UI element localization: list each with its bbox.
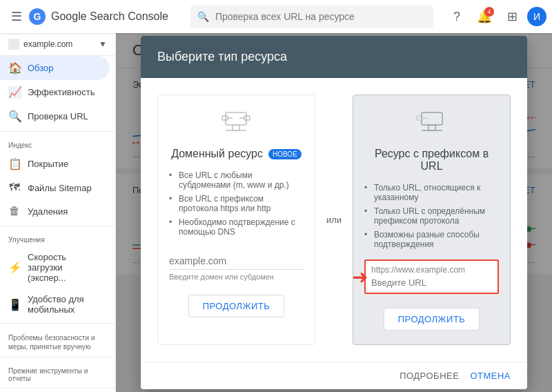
search-icon: 🔍 <box>197 11 209 22</box>
sidebar-item-removals[interactable]: 🗑 Удаления <box>0 199 110 223</box>
svg-rect-7 <box>222 116 228 120</box>
dialog-footer: ПОДРОБНЕЕ ОТМЕНА <box>141 362 527 389</box>
sidebar: example.com ▼ 🏠 Обзор 📈 Эффективность 🔍 … <box>0 33 116 392</box>
domain-btn-area: ПРОДОЛЖИТЬ <box>169 295 304 317</box>
url-input-wrapper: https://www.example.com <box>364 259 499 294</box>
url-bullet-2: Только URL с определённым префиксом прот… <box>364 204 499 228</box>
sidebar-item-label: Удобство для мобильных <box>28 294 101 315</box>
dialog-title: Выберите тип ресурса <box>141 36 527 78</box>
sidebar-item-label: Обзор <box>28 63 54 73</box>
arrow-indicator: ➜ <box>352 266 368 288</box>
header-actions: ? 🔔 4 ⊞ И <box>444 4 546 29</box>
sidebar-item-coverage[interactable]: 📋 Покрытие <box>0 152 110 176</box>
help-icon: ? <box>453 10 460 24</box>
menu-icon[interactable]: ☰ <box>6 3 28 30</box>
dialog: Выберите тип ресурса <box>141 36 527 389</box>
app-title: Google Search Console <box>51 10 168 23</box>
new-badge: НОВОЕ <box>268 149 302 159</box>
url-prefix-icon <box>364 109 499 139</box>
domain-bullet-2: Все URL с префиксом протокола https или … <box>169 192 304 215</box>
chart-icon: 📈 <box>8 86 21 99</box>
domain-bullet-1: Все URL с любыми субдоменами (m, www и д… <box>169 168 304 192</box>
details-link[interactable]: ПОДРОБНЕЕ <box>400 371 459 381</box>
sidebar-item-label: Покрытие <box>28 159 68 169</box>
app-logo: G Google Search Console <box>28 7 168 26</box>
url-btn-area: ПРОДОЛЖИТЬ <box>364 308 499 331</box>
url-bullet-3: Возможны разные способы подтверждения <box>364 228 499 251</box>
url-input-container: ➜ https://www.example.com <box>364 259 499 294</box>
speed-icon: ⚡ <box>8 261 21 274</box>
search-icon: 🔍 <box>8 110 21 123</box>
search-input[interactable] <box>190 6 433 28</box>
property-selector[interactable]: example.com ▼ <box>0 33 115 56</box>
sidebar-item-label: Файлы Sitemap <box>28 183 92 193</box>
sidebar-item-performance[interactable]: 📈 Эффективность <box>0 80 110 104</box>
other-section-label: Прежние инструменты и отчеты <box>0 360 115 385</box>
sidebar-item-label: Проверка URL <box>28 111 88 121</box>
or-separator: или <box>326 215 342 225</box>
sitemap-icon: 🗺 <box>8 182 21 194</box>
sidebar-item-sitemap[interactable]: 🗺 Файлы Sitemap <box>0 176 110 199</box>
property-chevron-icon: ▼ <box>99 39 107 49</box>
url-continue-button[interactable]: ПРОДОЛЖИТЬ <box>384 308 480 331</box>
coverage-icon: 📋 <box>8 157 21 170</box>
svg-rect-12 <box>428 125 435 130</box>
logo-icon: G <box>28 7 47 26</box>
index-section-label: Индекс <box>0 135 115 152</box>
dialog-body: Доменный ресурс НОВОЕ Все URL с любыми с… <box>141 78 527 362</box>
sidebar-item-label: Удаления <box>28 206 68 217</box>
sidebar-divider-3 <box>0 323 115 324</box>
property-name: example.com <box>23 39 95 49</box>
security-section-label: Проблемы безопасности и меры, принятые в… <box>0 326 115 354</box>
notification-badge: 4 <box>484 7 494 17</box>
grid-button[interactable]: ⊞ <box>500 4 524 29</box>
domain-continue-button[interactable]: ПРОДОЛЖИТЬ <box>188 295 285 317</box>
svg-text:G: G <box>34 11 41 22</box>
help-button[interactable]: ? <box>444 4 469 29</box>
domain-option-card[interactable]: Доменный ресурс НОВОЕ Все URL с любыми с… <box>157 95 315 345</box>
domain-icon <box>169 109 304 139</box>
app-body: example.com ▼ 🏠 Обзор 📈 Эффективность 🔍 … <box>0 33 552 392</box>
sidebar-divider-4 <box>0 357 115 357</box>
svg-rect-11 <box>422 112 442 125</box>
url-prefix-option-card[interactable]: Ресурс с префиксом в URL Только URL, отн… <box>353 95 511 345</box>
domain-input-area: Введите домен или субдомен <box>169 250 304 281</box>
sidebar-item-label: Эффективность <box>28 87 95 97</box>
notifications-button[interactable]: 🔔 4 <box>472 4 497 29</box>
domain-bullet-3: Необходимо подтверждение с помощью DNS <box>169 215 304 239</box>
domain-input[interactable] <box>169 250 304 270</box>
url-prefix-option-title: Ресурс с префиксом в URL <box>364 148 499 173</box>
domain-input-hint: Введите домен или субдомен <box>169 273 304 281</box>
home-icon: 🏠 <box>8 61 21 75</box>
svg-rect-5 <box>233 125 239 130</box>
sidebar-item-label: Скорость загрузки (экспер... <box>28 252 101 283</box>
url-input-value: https://www.example.com <box>366 261 497 276</box>
sidebar-divider <box>0 131 115 132</box>
sidebar-divider-2 <box>0 226 115 226</box>
url-bullet-1: Только URL, относящиеся к указанному <box>364 181 499 204</box>
modal-overlay: Выберите тип ресурса <box>116 33 552 392</box>
cancel-button[interactable]: ОТМЕНА <box>470 371 511 381</box>
sidebar-item-speed[interactable]: ⚡ Скорость загрузки (экспер... <box>0 246 110 288</box>
sidebar-item-url-check[interactable]: 🔍 Проверка URL <box>0 104 110 128</box>
property-favicon <box>8 39 19 50</box>
search-area: 🔍 <box>190 6 433 28</box>
sidebar-item-mobile[interactable]: 📱 Удобство для мобильных <box>0 288 110 320</box>
url-input[interactable] <box>371 277 492 288</box>
sidebar-item-overview[interactable]: 🏠 Обзор <box>0 56 110 80</box>
trash-icon: 🗑 <box>8 205 21 217</box>
domain-option-title: Доменный ресурс НОВОЕ <box>169 148 304 160</box>
svg-rect-4 <box>226 112 246 125</box>
domain-bullets: Все URL с любыми субдоменами (m, www и д… <box>169 168 304 239</box>
header: ☰ G Google Search Console 🔍 ? 🔔 4 ⊞ И <box>0 0 552 33</box>
url-prefix-bullets: Только URL, относящиеся к указанному Тол… <box>364 181 499 251</box>
main-content: Обзор Эффективность ОТКРЫТЬ ОТЧЕТ 20.11.… <box>116 33 552 392</box>
grid-icon: ⊞ <box>507 9 518 24</box>
mobile-icon: 📱 <box>8 298 21 311</box>
svg-rect-8 <box>244 116 250 120</box>
improvements-section-label: Улучшения <box>0 229 115 246</box>
user-avatar[interactable]: И <box>527 7 546 26</box>
url-input-hint-area <box>366 276 497 293</box>
sidebar-divider-5 <box>0 388 115 389</box>
